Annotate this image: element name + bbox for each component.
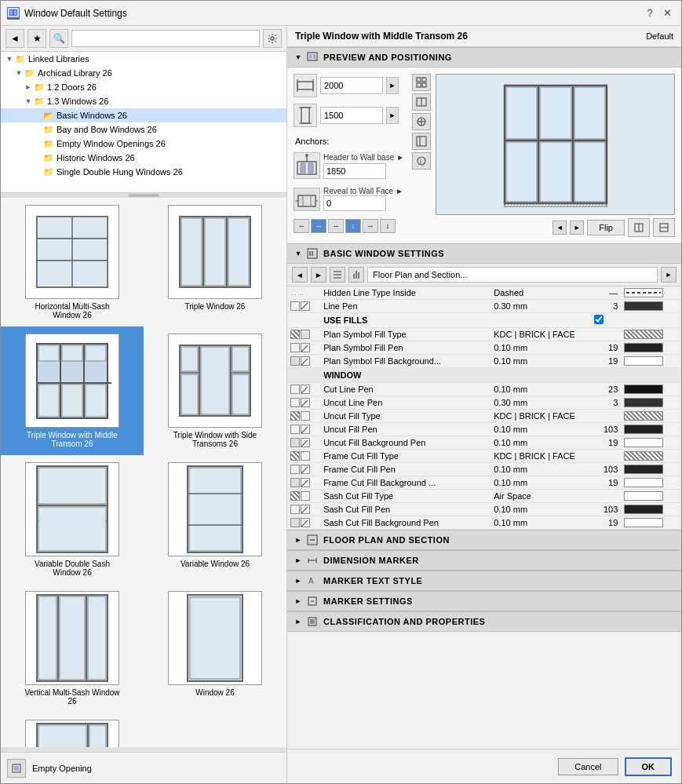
table-row[interactable]: Sash Cut Fill Pen 0.10 mm 103 — [287, 503, 681, 516]
grid-item-triple[interactable]: Triple Window 26 — [144, 198, 286, 326]
tree-item-doors[interactable]: ► 📁 1.2 Doors 26 — [1, 80, 286, 94]
table-row[interactable]: Plan Symbol Fill Background... 0.10 mm 1… — [287, 355, 681, 368]
next-nav-btn[interactable]: ► — [570, 221, 584, 235]
grid-item-triple-middle[interactable]: Triple Window with Middle Transom 26 — [1, 326, 144, 455]
table-row[interactable]: Line Pen 0.30 mm 3 — [287, 300, 681, 313]
grid-item-vert-multi[interactable]: Vertical Multi-Sash Window 26 — [1, 584, 144, 713]
svg-rect-0 — [9, 9, 18, 16]
tree-item-archicad[interactable]: ▼ 📁 Archicad Library 26 — [1, 66, 286, 80]
ctrl-btn-3[interactable]: ↔ — [328, 219, 344, 233]
table-row[interactable]: Uncut Fill Pen 0.10 mm 103 — [287, 423, 681, 436]
section-title: DIMENSION MARKER — [323, 556, 419, 565]
forward-button[interactable]: ★ — [27, 29, 46, 48]
section-header-preview[interactable]: ▼ PREVIEW AND POSITIONING — [287, 47, 681, 67]
header-input[interactable] — [323, 163, 386, 179]
ctrl-btn-4[interactable]: ↕ — [345, 219, 361, 233]
ctrl-btn-2[interactable]: ↔ — [311, 219, 326, 233]
tree-toggle — [32, 110, 43, 121]
close-button[interactable]: ✕ — [659, 5, 675, 21]
table-row-category[interactable]: WINDOW — [287, 368, 681, 383]
tree-toggle[interactable]: ▼ — [4, 53, 15, 64]
reveal-input[interactable] — [323, 195, 386, 211]
ctrl-btn-6[interactable]: ↕ — [380, 219, 396, 233]
settings-nav-prev[interactable]: ◄ — [292, 267, 308, 283]
section-header-marker-text[interactable]: ► A MARKER TEXT STYLE — [287, 571, 681, 591]
ctrl-btn-5[interactable]: ↔ — [363, 219, 378, 233]
table-row[interactable]: Cut Line Pen 0.10 mm 23 — [287, 383, 681, 396]
settings-tab-floor[interactable]: Floor Plan and Section... — [367, 267, 658, 283]
grid-item-variable[interactable]: Variable Window 26 — [144, 455, 286, 584]
help-button[interactable]: ? — [642, 5, 658, 21]
settings-pen-btn[interactable] — [348, 267, 364, 283]
grid-item-triple-side[interactable]: Triple Window with Side Transoms 26 — [144, 326, 286, 455]
tree-item-historic[interactable]: 📁 Historic Windows 26 — [1, 151, 286, 165]
app-icon — [7, 7, 20, 20]
section-header-basic[interactable]: ▼ BASIC WINDOW SETTINGS — [287, 243, 681, 264]
svg-line-125 — [301, 480, 308, 487]
action-btn-1[interactable] — [628, 218, 650, 237]
use-fills-checkbox[interactable] — [594, 315, 604, 324]
svg-rect-1 — [10, 10, 13, 15]
table-row[interactable]: Uncut Fill Type KDC | BRICK | FACE — [287, 410, 681, 423]
settings-expand-btn[interactable]: ► — [661, 267, 677, 283]
table-row[interactable]: Uncut Fill Background Pen 0.10 mm 19 — [287, 436, 681, 450]
height-input[interactable] — [320, 107, 383, 124]
tree-item-single[interactable]: 📁 Single Double Hung Windows 26 — [1, 165, 286, 179]
section-header-classification[interactable]: ► CLASSIFICATION AND PROPERTIES — [287, 611, 681, 632]
grid-btn-4[interactable] — [412, 133, 431, 150]
action-btn-2[interactable] — [653, 218, 675, 237]
settings-nav-next[interactable]: ► — [311, 267, 326, 283]
table-row[interactable]: Frame Cut Fill Pen 0.10 mm 103 — [287, 463, 681, 476]
grid-btn-3[interactable] — [412, 113, 431, 130]
tree-item-windows[interactable]: ▼ 📁 1.3 Windows 26 — [1, 94, 286, 108]
section-icon-floor — [306, 534, 319, 546]
prev-nav-btn[interactable]: ◄ — [553, 221, 567, 235]
tree-toggle[interactable]: ▼ — [23, 96, 34, 107]
settings-list-btn[interactable] — [330, 267, 345, 283]
grid-btn-1[interactable] — [412, 74, 431, 91]
section-header-marker-settings[interactable]: ► MARKER SETTINGS — [287, 591, 681, 611]
table-row-category[interactable]: USE FILLS — [287, 313, 681, 328]
table-row[interactable]: Sash Cut Fill Type Air Space — [287, 490, 681, 503]
reveal-arrow-btn[interactable]: ► — [396, 187, 403, 195]
table-row[interactable]: Plan Symbol Fill Pen 0.10 mm 19 — [287, 341, 681, 355]
search-button[interactable]: 🔍 — [49, 29, 68, 48]
table-row[interactable]: Sash Cut Fill Background Pen 0.10 mm 19 — [287, 516, 681, 530]
table-row[interactable]: Frame Cut Fill Background ... 0.10 mm 19 — [287, 476, 681, 490]
width-input[interactable] — [320, 77, 383, 94]
grid-btn-5[interactable]: i — [412, 152, 431, 170]
table-row[interactable]: Frame Cut Fill Type KDC | BRICK | FACE — [287, 450, 681, 463]
back-button[interactable]: ◄ — [5, 29, 24, 48]
grid-item-window26[interactable]: Window 26 — [144, 584, 286, 713]
search-input[interactable] — [71, 30, 260, 47]
settings-button[interactable] — [263, 29, 282, 48]
header-arrow-btn[interactable]: ► — [396, 153, 404, 162]
tree-item-linked[interactable]: ▼ 📁 Linked Libraries — [1, 52, 286, 66]
tree-toggle[interactable]: ► — [23, 82, 34, 93]
section-header-floor[interactable]: ► FLOOR PLAN AND SECTION — [287, 530, 681, 550]
tree-toggle[interactable]: ▼ — [13, 67, 24, 78]
tree-item-basic[interactable]: 📂 Basic Windows 26 — [1, 108, 286, 122]
cancel-button[interactable]: Cancel — [558, 758, 618, 775]
table-row[interactable]: Plan Symbol Fill Type KDC | BRICK | FACE — [287, 328, 681, 341]
table-row[interactable]: … … Hidden Line Type Inside Dashed — — [287, 286, 681, 300]
flip-button[interactable]: Flip — [587, 220, 625, 235]
add-button[interactable] — [7, 759, 26, 778]
tree-item-bay[interactable]: 📁 Bay and Bow Windows 26 — [1, 122, 286, 137]
width-arrow[interactable]: ► — [386, 77, 399, 94]
svg-rect-60 — [313, 54, 315, 59]
grid-item-horiz-multi[interactable]: Horizontal Multi-Sash Window 26 — [1, 198, 144, 326]
grid-item-var-double[interactable]: Variable Double Sash Window 26 — [1, 455, 144, 584]
ok-button[interactable]: OK — [625, 757, 673, 776]
table-row[interactable]: Uncut Line Pen 0.30 mm 3 — [287, 396, 681, 410]
ctrl-btn-1[interactable]: ↔ — [294, 219, 309, 233]
svg-rect-22 — [38, 385, 59, 417]
tree-item-empty[interactable]: 📁 Empty Window Openings 26 — [1, 137, 286, 151]
svg-rect-2 — [14, 10, 16, 15]
section-title: BASIC WINDOW SETTINGS — [323, 249, 444, 258]
height-arrow[interactable]: ► — [386, 107, 399, 124]
section-header-dimension[interactable]: ► DIMENSION MARKER — [287, 550, 681, 571]
grid-btn-2[interactable] — [412, 93, 431, 111]
svg-rect-13 — [205, 218, 225, 286]
grid-item-win-sidelight[interactable]: Window with Sidelight 26 — [1, 713, 144, 747]
